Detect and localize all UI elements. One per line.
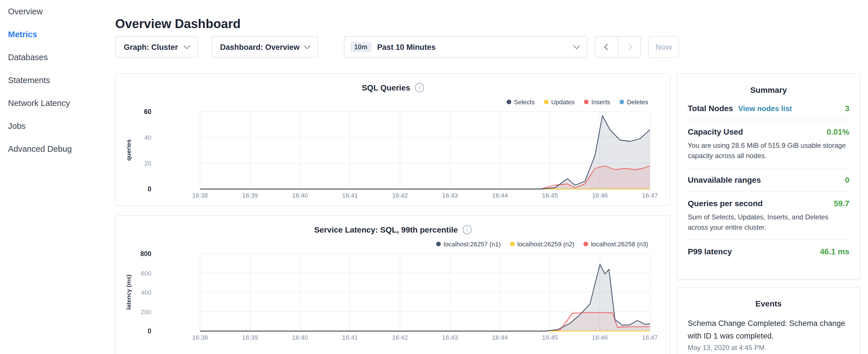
svg-text:16:39: 16:39 [242,192,258,199]
now-button[interactable]: Now [648,36,679,58]
svg-text:16:43: 16:43 [442,334,458,341]
event-timestamp: May 13, 2020 at 4:45 PM [688,344,849,352]
svg-text:16:43: 16:43 [442,192,458,199]
svg-text:16:40: 16:40 [292,192,308,199]
events-heading: Events [677,299,860,308]
svg-text:400: 400 [141,289,151,296]
chart-area: latency (ms) 16:3816:3916:4016:4116:4216… [116,216,670,354]
summary-value: 46.1 ms [820,247,849,256]
svg-text:16:42: 16:42 [392,192,408,199]
svg-text:20: 20 [145,160,151,167]
y-axis-label: latency (ms) [125,275,132,310]
svg-text:16:45: 16:45 [542,192,558,199]
svg-text:16:39: 16:39 [242,334,258,341]
view-nodes-list-link[interactable]: View nodes list [738,104,792,113]
time-range-label: Past 10 Minutes [377,43,574,51]
summary-description: Sum of Selects, Updates, Inserts, and De… [688,212,849,232]
sidebar-item-overview[interactable]: Overview [0,0,111,23]
summary-label: P99 latency [688,247,732,256]
svg-text:16:40: 16:40 [292,334,308,341]
sidebar-item-label: Jobs [8,122,26,131]
svg-text:60: 60 [144,108,151,116]
summary-row-capacity-used: Capacity Used 0.01% You are using 28.6 M… [688,120,849,168]
svg-text:16:41: 16:41 [342,192,358,199]
chevron-down-icon [574,43,580,49]
summary-row-total-nodes: Total Nodes View nodes list 3 [688,100,849,120]
time-range-badge: 10m [350,42,371,52]
sidebar-item-advanced-debug[interactable]: Advanced Debug [0,137,111,160]
svg-text:16:44: 16:44 [492,334,508,341]
graph-dropdown[interactable]: Graph: Cluster [115,36,198,58]
sidebar-item-label: Metrics [8,30,37,39]
events-panel: Events Schema Change Completed: Schema c… [677,287,860,354]
chart-area: queries 16:3816:3916:4016:4116:4216:4316… [116,74,670,205]
sidebar-item-metrics[interactable]: Metrics [0,23,111,46]
svg-text:16:46: 16:46 [592,334,608,341]
summary-heading: Summary [677,85,860,95]
dashboard-dropdown[interactable]: Dashboard: Overview [212,36,318,58]
svg-text:16:38: 16:38 [192,334,208,341]
svg-text:0: 0 [148,327,151,335]
svg-text:16:44: 16:44 [492,192,508,199]
event-text: Schema Change Completed: Schema change w… [688,317,849,342]
sidebar-item-label: Overview [8,7,43,16]
service-latency-chart-panel: Service Latency: SQL, 99th percentile i … [115,215,671,354]
chevron-right-icon [625,44,632,51]
time-forward-button[interactable] [618,37,640,57]
sidebar-item-statements[interactable]: Statements [0,69,111,92]
sidebar-item-jobs[interactable]: Jobs [0,115,111,137]
sidebar-item-label: Advanced Debug [8,144,72,154]
summary-row-p99-latency: P99 latency 46.1 ms [688,239,849,263]
svg-text:16:47: 16:47 [642,192,658,199]
svg-text:600: 600 [141,270,151,277]
sidebar-item-label: Databases [8,53,48,62]
svg-text:16:46: 16:46 [592,192,608,199]
page-title: Overview Dashboard [115,16,241,31]
chevron-down-icon [184,43,190,49]
time-range-dropdown[interactable]: 10m Past 10 Minutes [344,36,587,58]
summary-description: You are using 28.6 MiB of 515.9 GiB usab… [688,140,849,161]
chevron-down-icon [304,43,311,49]
svg-text:16:47: 16:47 [642,334,658,341]
summary-value: 59.7 [834,199,850,208]
summary-label: Unavailable ranges [688,175,761,185]
svg-text:0: 0 [148,185,151,193]
y-axis-label: queries [125,139,132,161]
summary-value: 0 [845,175,849,185]
sidebar-item-label: Network Latency [8,99,70,108]
toolbar: Graph: Cluster Dashboard: Overview 10m P… [115,36,679,58]
svg-text:16:38: 16:38 [192,192,208,199]
summary-row-queries-per-second: Queries per second 59.7 Sum of Selects, … [688,191,849,239]
time-back-button[interactable] [595,37,618,57]
dashboard-dropdown-label: Dashboard: Overview [220,43,300,51]
svg-text:16:42: 16:42 [392,334,408,341]
chart-canvas[interactable]: 16:3816:3916:4016:4116:4216:4316:4416:45… [116,74,671,205]
sidebar-item-network-latency[interactable]: Network Latency [0,92,111,115]
summary-row-unavailable-ranges: Unavailable ranges 0 [688,168,849,191]
sidebar-item-label: Statements [8,75,50,85]
summary-panel: Summary Total Nodes View nodes list 3 Ca… [677,73,860,280]
graph-dropdown-label: Graph: Cluster [124,43,178,51]
summary-value: 3 [845,104,849,113]
svg-text:800: 800 [141,250,151,257]
sidebar-item-databases[interactable]: Databases [0,46,111,69]
svg-text:40: 40 [145,134,151,141]
summary-label: Capacity Used [688,127,743,136]
svg-text:200: 200 [141,309,151,316]
chart-canvas[interactable]: 16:3816:3916:4016:4116:4216:4316:4416:45… [116,216,671,354]
chevron-left-icon [604,44,611,51]
sidebar: Overview Metrics Databases Statements Ne… [0,0,111,354]
event-item[interactable]: Schema Change Completed: Schema change w… [688,317,849,352]
svg-text:16:41: 16:41 [342,334,358,341]
sql-queries-chart-panel: SQL Queries i SelectsUpdatesInsertsDelet… [115,73,671,206]
time-step-buttons [595,36,641,58]
summary-label: Total Nodes [688,104,733,113]
app-root: Overview Metrics Databases Statements Ne… [0,0,868,354]
summary-value: 0.01% [827,127,849,136]
summary-label: Queries per second [688,199,763,208]
svg-text:16:45: 16:45 [542,334,558,341]
